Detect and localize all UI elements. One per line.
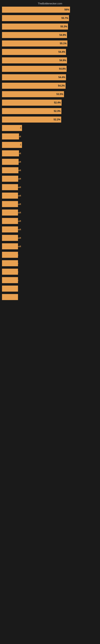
- bar-label: Bottleneck res: [2, 254, 20, 256]
- bar-container: Bottleneck result54.2%: [2, 83, 98, 89]
- bar-label: Bottleneck result: [2, 8, 22, 11]
- table-row: Bottleneck result: [2, 243, 98, 250]
- bar-container: Bottleneck result54.9%: [2, 57, 98, 64]
- table-row: Bottleneck result: [2, 200, 98, 208]
- bar-label: Bottleneck result: [2, 169, 22, 172]
- table-row: Bottleneck result54.9%: [2, 57, 98, 64]
- table-row: Bottleneck result: [2, 167, 98, 174]
- bar-value: 54.4%: [58, 76, 66, 79]
- table-row: Bottleneck result56%: [2, 6, 98, 13]
- bar-label: Bottleneck result: [2, 84, 22, 87]
- bar-label: Bottleneck result: [2, 93, 22, 96]
- bar-label: Bottleneck re: [2, 296, 18, 298]
- bar-label: Bottleneck result: [2, 152, 22, 154]
- table-row: Bottleneck result: [2, 192, 98, 199]
- table-row: Bottleneck result52.4%: [2, 99, 98, 106]
- bar-container: Bottleneck result54.9%: [2, 32, 98, 38]
- bar-label: Bottleneck result: [2, 203, 22, 205]
- table-row: Bottleneck result55.7%: [2, 14, 98, 22]
- bar-label: Bottleneck result: [2, 34, 22, 36]
- bar-label: Bottleneck result: [2, 186, 22, 188]
- table-row: Bottleneck result54.4%: [2, 48, 98, 56]
- bar-container: Bottleneck result56%: [2, 7, 98, 13]
- bar-container: Bottleneck result: [2, 226, 98, 232]
- bar-label: Bottleneck result: [2, 17, 22, 19]
- table-row: Bottleneck result52.3%: [2, 108, 98, 115]
- table-row: Bottleneck result54.2%: [2, 82, 98, 89]
- bar-label: Bottleneck result: [2, 228, 22, 231]
- bar-label: Bottleneck result: [2, 135, 22, 138]
- bar-value: 55.1%: [60, 42, 67, 45]
- bar-label: Bottleneck result: [2, 245, 22, 248]
- table-row: Bottleneck result: [2, 217, 98, 224]
- bar-container: Bottleneck res: [2, 260, 98, 266]
- bar-container: Bottleneck result: [2, 243, 98, 249]
- bar-label: Bottleneck result: [2, 194, 22, 197]
- table-row: Bottleneck result: [2, 133, 98, 140]
- bar-container: Bottleneck result52.3%: [2, 108, 98, 114]
- table-row: Bottleneck result: [2, 234, 98, 242]
- table-row: Bottleneck result: [2, 184, 98, 191]
- site-title: TheBottlenecker.com: [38, 2, 62, 5]
- table-row: Bottleneck result54.9%: [2, 32, 98, 39]
- bar-value: 55.7%: [61, 17, 69, 20]
- bar-container: Bottleneck result4: [2, 142, 98, 148]
- bar-container: Bottleneck result: [2, 167, 98, 173]
- bar-container: Bottleneck result: [2, 150, 98, 156]
- bar-value: 54.8%: [59, 68, 67, 70]
- bar-container: Bottleneck result55.1%: [2, 40, 98, 46]
- bar-label: Bottleneck res: [2, 262, 20, 264]
- bar-value: 53.5%: [56, 93, 64, 96]
- table-row: Bottleneck result: [2, 150, 98, 157]
- bar-value: 52.4%: [54, 101, 62, 104]
- bar-container: Bottleneck result: [2, 235, 98, 241]
- site-header: TheBottlenecker.com: [0, 0, 100, 6]
- bar-label: Bottleneck result: [2, 237, 22, 239]
- bar-container: Bottleneck result54.4%: [2, 74, 98, 80]
- bar-container: Bottleneck result53.5%: [2, 91, 98, 97]
- bar-container: Bottleneck result52.4%: [2, 100, 98, 106]
- table-row: Bottleneck re: [2, 294, 98, 301]
- bar-container: Bottleneck result54.4%: [2, 49, 98, 55]
- bar-label: Bottleneck res: [2, 270, 20, 273]
- bar-label: Bottleneck result: [2, 127, 22, 129]
- bar-container: Bottleneck result: [2, 218, 98, 224]
- table-row: Bottleneck result55.1%: [2, 40, 98, 47]
- bar-label: Bottleneck result: [2, 102, 22, 104]
- table-row: Bottleneck result55.3%: [2, 23, 98, 30]
- bar-label: Bottleneck result: [2, 42, 22, 45]
- bar-label: Bottleneck result: [2, 211, 22, 214]
- table-row: Bottleneck re: [2, 285, 98, 292]
- bar-container: Bottleneck result55.7%: [2, 15, 98, 21]
- table-row: Bottleneck result: [2, 209, 98, 216]
- bar-container: Bottleneck result52.2%: [2, 116, 98, 122]
- bar-value: 54.9%: [59, 34, 67, 36]
- bar-container: Bottleneck result55.3%: [2, 24, 98, 30]
- table-row: Bottleneck result: [2, 158, 98, 166]
- bar-value: 54.9%: [59, 59, 67, 62]
- table-row: Bottleneck res: [2, 260, 98, 267]
- table-row: Bottleneck res: [2, 268, 98, 275]
- bar-label: Bottleneck result: [2, 220, 22, 222]
- bar-value: 55.3%: [60, 25, 68, 28]
- table-row: Bottleneck result52.2%: [2, 116, 98, 123]
- bar-container: Bottleneck result: [2, 210, 98, 216]
- bar-label: Bottleneck result: [2, 68, 22, 70]
- bar-container: Bottleneck result: [2, 159, 98, 165]
- bar-container: Bottleneck result: [2, 201, 98, 207]
- table-row: Bottleneck result53.5%: [2, 90, 98, 98]
- bar-label: Bottleneck result: [2, 25, 22, 28]
- table-row: Bottleneck res: [2, 276, 98, 284]
- bar-label: Bottleneck result: [2, 178, 22, 180]
- bar-value: 54.4%: [58, 50, 66, 53]
- table-row: Bottleneck result54.4%: [2, 74, 98, 81]
- bar-container: Bottleneck res: [2, 277, 98, 283]
- table-row: Bottleneck result: [2, 226, 98, 233]
- bar-container: Bottleneck result: [2, 176, 98, 182]
- bar-label: Bottleneck result: [2, 51, 22, 53]
- bar-container: Bottleneck result: [2, 134, 98, 140]
- bar-container: Bottleneck result54.8%: [2, 66, 98, 72]
- bar-container: Bottleneck result: [2, 192, 98, 199]
- table-row: Bottleneck result54.8%: [2, 65, 98, 72]
- bar-label: Bottleneck result: [2, 110, 22, 112]
